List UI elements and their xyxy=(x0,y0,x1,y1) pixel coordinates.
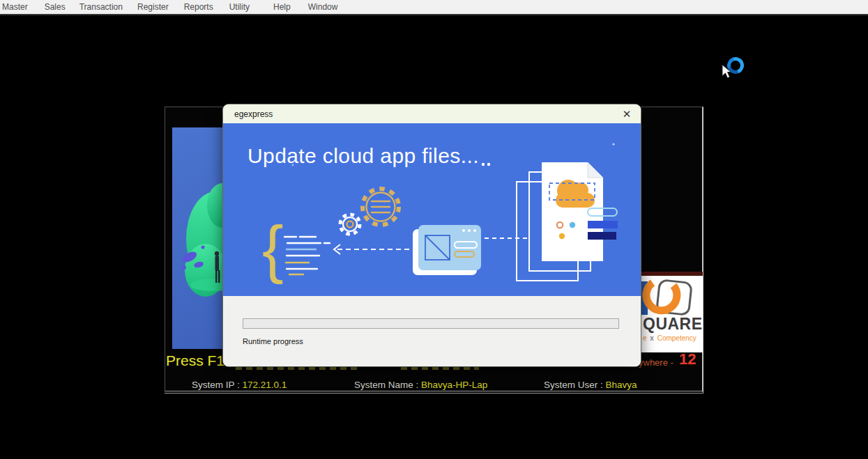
system-user-value: Bhavya xyxy=(606,380,637,390)
menu-item-sales[interactable]: Sales xyxy=(45,2,66,12)
logo-brand-text: QUARE xyxy=(643,315,703,334)
company-logo: QUARE e x Competency xyxy=(641,272,703,352)
dialog-footer: Runtime progress xyxy=(223,296,641,366)
anywhere-hint-fragment: ywhere - xyxy=(639,357,673,368)
code-lines-icon xyxy=(284,237,330,274)
logo-tagline-prefix: e xyxy=(643,334,647,342)
menu-item-reports[interactable]: Reports xyxy=(184,2,213,12)
menu-item-transaction[interactable]: Transaction xyxy=(79,2,123,12)
logo-tagline: e x Competency xyxy=(643,334,696,342)
system-ip-label: System IP : xyxy=(192,380,240,390)
code-brace-icon: { xyxy=(262,213,284,284)
desktop: Master Sales Transaction Register Report… xyxy=(0,0,868,459)
menu-item-window[interactable]: Window xyxy=(308,2,338,12)
document-stack-icon xyxy=(517,162,618,281)
dialog-title: egexpress xyxy=(234,109,273,119)
splash-artwork xyxy=(172,127,223,349)
menu-item-utility[interactable]: Utility xyxy=(229,2,250,12)
anywhere-count-badge: 12 xyxy=(679,350,696,368)
progress-label: Runtime progress xyxy=(243,337,303,345)
obscured-text-remnant xyxy=(236,367,357,370)
large-gear-icon xyxy=(363,189,399,225)
menu-item-register[interactable]: Register xyxy=(137,2,169,12)
logo-tagline-x: x xyxy=(650,334,654,342)
menu-item-help[interactable]: Help xyxy=(273,2,291,12)
plant-illustration-icon xyxy=(172,127,223,349)
progress-bar xyxy=(243,318,619,329)
browser-window-icon xyxy=(413,225,481,275)
system-ip-value: 172.21.0.1 xyxy=(243,380,287,390)
system-name-label: System Name : xyxy=(354,380,418,390)
system-user-label: System User : xyxy=(544,380,603,390)
menu-item-master[interactable]: Master xyxy=(2,2,28,12)
busy-cursor xyxy=(720,57,751,85)
small-gear-icon xyxy=(340,215,360,234)
obscured-text-remnant xyxy=(401,367,479,370)
dialog-heading: Update cloud app files... xyxy=(248,144,479,168)
logo-tagline-word: Competency xyxy=(657,334,696,342)
menu-bar: Master Sales Transaction Register Report… xyxy=(0,0,868,15)
system-info-bar: System IP : 172.21.0.1 System Name : Bha… xyxy=(165,380,702,394)
close-icon[interactable]: ✕ xyxy=(618,106,635,122)
logo-mark-icon xyxy=(641,276,703,318)
press-f1-hint: Press F1 xyxy=(166,352,224,369)
left-dashed-arrow-icon xyxy=(334,244,411,254)
dialog-title-bar[interactable]: egexpress ✕ xyxy=(223,104,641,123)
system-name-value: Bhavya-HP-Lap xyxy=(421,380,487,390)
update-dialog: egexpress ✕ { xyxy=(223,104,641,366)
mouse-pointer-icon xyxy=(722,64,733,79)
dialog-banner: { xyxy=(223,123,641,296)
